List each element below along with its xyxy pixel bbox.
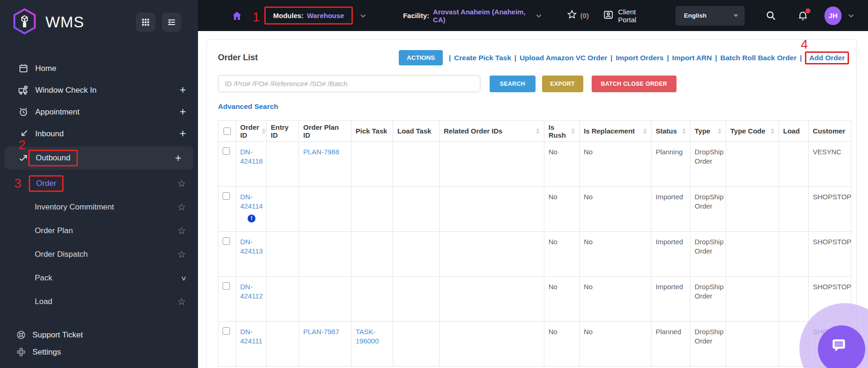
star-icon[interactable]: ☆ <box>177 249 186 259</box>
sidebar-item-support-ticket[interactable]: Support Ticket <box>0 326 198 343</box>
row-checkbox[interactable] <box>223 147 230 155</box>
order-id-link[interactable]: DN-424113 <box>240 238 263 255</box>
col-is-replacement[interactable]: Is Replacement <box>580 121 651 142</box>
sidebar-item-order-dispatch[interactable]: Order Dispatch☆ <box>0 242 198 266</box>
column-label: Load <box>783 127 800 135</box>
add-order-link[interactable]: Add Order <box>809 54 845 62</box>
favorites-indicator[interactable]: (0) <box>567 9 589 22</box>
collapse-menu-icon[interactable] <box>162 13 181 32</box>
sidebar-item-window-check-in[interactable]: Window Check In+ <box>0 79 198 101</box>
cell-entry-id <box>267 187 299 232</box>
sidebar-item-home[interactable]: Home <box>0 57 198 79</box>
outbound-arrow-icon <box>18 153 29 164</box>
sort-icon[interactable] <box>679 128 686 134</box>
sort-icon[interactable] <box>768 128 774 134</box>
sidebar-item-appointment[interactable]: Appointment+ <box>0 101 198 123</box>
order-id-link[interactable]: DN-424114 <box>240 193 263 210</box>
star-icon[interactable]: ☆ <box>177 202 186 212</box>
sort-icon[interactable] <box>715 128 721 134</box>
sort-icon[interactable] <box>568 128 575 134</box>
order-list-card: Order List ACTIONS |Create Pick Task|Upl… <box>206 39 857 368</box>
search-input[interactable] <box>218 75 480 92</box>
col-related-order-ids[interactable]: Related Order IDs <box>440 121 544 142</box>
sort-icon[interactable] <box>533 128 540 134</box>
language-dropdown[interactable]: English <box>676 6 745 25</box>
col-select-all[interactable] <box>218 121 236 142</box>
sidebar-item-order[interactable]: Order3☆ <box>0 171 198 195</box>
order-id-link[interactable]: DN-424111 <box>240 328 262 345</box>
client-portal-link[interactable]: Client Portal <box>603 8 651 24</box>
order-plan-id-link[interactable]: PLAN-7987 <box>303 328 339 336</box>
upload-amazon-vc-order-link[interactable]: Upload Amazon VC Order <box>520 54 607 62</box>
facility-chevron-down-icon[interactable] <box>535 12 542 19</box>
chat-widget-button[interactable] <box>818 325 865 368</box>
client-portal-label: Client Portal <box>618 8 651 24</box>
search-icon[interactable] <box>765 10 777 21</box>
sidebar-item-outbound[interactable]: Outbound2+ <box>5 146 193 170</box>
cell-type: DropShip Order <box>690 187 726 232</box>
search-button[interactable]: SEARCH <box>490 76 536 92</box>
advanced-search-link[interactable]: Advanced Search <box>218 102 278 111</box>
row-checkbox[interactable] <box>223 282 230 290</box>
actions-button[interactable]: ACTIONS <box>399 50 443 65</box>
apps-grid-icon[interactable] <box>136 13 155 32</box>
table-row: DN-424113NoNoImportedDropShip OrderSHOPS… <box>218 232 851 277</box>
modules-selector[interactable]: Modules: Warehouse <box>264 6 353 25</box>
cell-order-plan-id: PLAN-7987 <box>299 322 351 367</box>
sidebar-item-settings[interactable]: Settings <box>0 343 198 361</box>
col-type-code[interactable]: Type Code <box>726 121 779 142</box>
cell-order-plan-id: PLAN-7988 <box>299 142 351 187</box>
sort-icon[interactable] <box>640 128 647 134</box>
batch-roll-back-order-link[interactable]: Batch Roll Back Order <box>720 54 797 62</box>
select-all-checkbox[interactable] <box>223 127 231 135</box>
sidebar-item-inventory-commitment[interactable]: Inventory Commitment☆ <box>0 195 198 219</box>
col-is-rush[interactable]: Is Rush <box>544 121 580 142</box>
order-id-link[interactable]: DN-424112 <box>240 283 263 300</box>
order-table: Order IDEntry IDOrder Plan IDPick TaskLo… <box>218 120 851 367</box>
info-icon[interactable]: ! <box>248 215 255 222</box>
sort-icon[interactable] <box>259 128 266 134</box>
cell-is-rush: No <box>544 142 580 187</box>
batch-close-order-button[interactable]: BATCH CLOSE ORDER <box>592 76 677 92</box>
cell-order-id: DN-424114! <box>236 187 267 232</box>
star-icon[interactable]: ☆ <box>177 226 186 235</box>
col-status[interactable]: Status <box>651 121 690 142</box>
col-order-plan-id: Order Plan ID <box>299 121 351 142</box>
row-checkbox[interactable] <box>223 237 230 245</box>
avatar[interactable]: JH <box>824 6 842 25</box>
sidebar-item-pack[interactable]: Pack∨ <box>0 266 198 290</box>
row-checkbox[interactable] <box>223 327 230 335</box>
col-customer: Customer <box>809 121 851 142</box>
cell-related-order-ids <box>440 187 544 232</box>
modules-chevron-down-icon[interactable] <box>359 12 367 19</box>
import-orders-link[interactable]: Import Orders <box>616 54 664 62</box>
star-icon[interactable]: ☆ <box>177 297 186 306</box>
export-button[interactable]: EXPORT <box>542 76 583 92</box>
import-arn-link[interactable]: Import ARN <box>672 54 712 62</box>
sidebar-item-inbound[interactable]: Inbound+ <box>0 123 198 145</box>
language-caret-icon <box>734 14 738 17</box>
col-entry-id: Entry ID <box>267 121 299 142</box>
cell-type: DropShip Order <box>690 232 726 277</box>
avatar-chevron-down-icon[interactable] <box>847 12 855 19</box>
order-id-link[interactable]: DN-424116 <box>240 148 263 165</box>
brand-row: WMS <box>0 0 198 44</box>
cell-is-rush: No <box>544 277 580 322</box>
sidebar: WMS HomeWindow Check In+Appointment+Inbo… <box>0 0 198 368</box>
create-pick-task-link[interactable]: Create Pick Task <box>454 54 511 62</box>
sidebar-item-load[interactable]: Load☆ <box>0 290 198 313</box>
facility-selector[interactable]: Facility: Arovast Anaheim (Anaheim, CA) <box>403 8 528 24</box>
annotation-step-3: 3 <box>14 178 21 190</box>
cell-related-order-ids <box>440 277 544 322</box>
col-type[interactable]: Type <box>690 121 726 142</box>
sidebar-item-order-plan[interactable]: Order Plan☆ <box>0 219 198 242</box>
star-icon[interactable]: ☆ <box>177 178 186 188</box>
col-order-id[interactable]: Order ID <box>236 121 267 142</box>
notifications-bell-icon[interactable] <box>797 10 809 21</box>
modules-value: Warehouse <box>307 12 344 19</box>
cell-order-id: DN-424112 <box>236 277 267 322</box>
order-plan-id-link[interactable]: PLAN-7988 <box>303 148 339 156</box>
home-icon[interactable] <box>231 10 243 21</box>
row-checkbox[interactable] <box>223 192 230 200</box>
pick-task-link[interactable]: TASK-196000 <box>356 328 379 345</box>
